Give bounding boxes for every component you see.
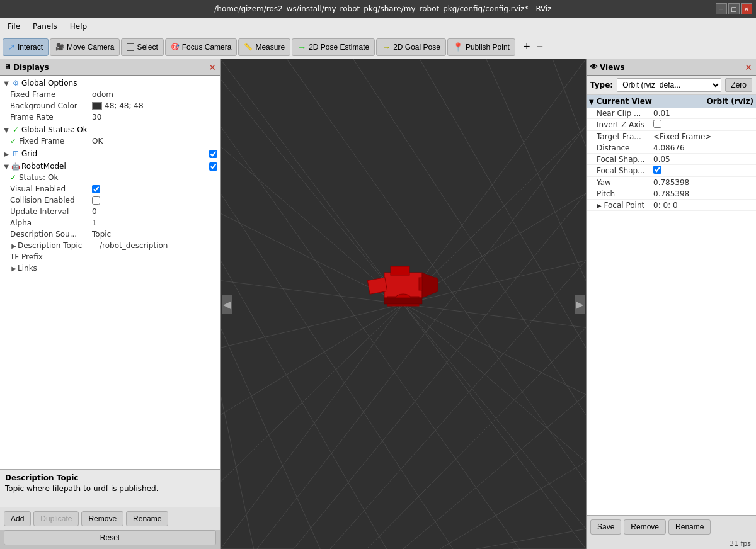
fixed-frame-label: Fixed Frame <box>10 90 92 99</box>
svg-line-20 <box>220 127 520 549</box>
global-options-row[interactable]: ▼ ⚙ Global Options <box>0 77 220 89</box>
svg-rect-31 <box>367 278 387 295</box>
collision-enabled-checkbox[interactable] <box>92 196 100 205</box>
views-type-row: Type: Orbit (rviz_defa... Zero <box>587 76 756 95</box>
visual-enabled-label: Visual Enabled <box>10 184 92 193</box>
tf-prefix-prop: TF Prefix <box>0 251 220 263</box>
fps-display: 31 fps <box>587 538 756 549</box>
global-status-row[interactable]: ▼ ✓ Global Status: Ok <box>0 124 220 135</box>
toolbar-select-button[interactable]: Select <box>121 38 163 56</box>
window-controls: − □ ✕ <box>716 3 756 14</box>
toolbar-plus-button[interactable]: + <box>521 40 533 54</box>
displays-buttons: Add Duplicate Remove Rename <box>0 507 220 530</box>
alpha-label: Alpha <box>10 218 92 227</box>
check-icon: ✓ <box>10 125 21 134</box>
svg-line-28 <box>486 59 586 281</box>
toolbar-interact-button[interactable]: ↗ Interact <box>3 38 49 56</box>
menu-file[interactable]: File <box>3 20 25 33</box>
menu-help[interactable]: Help <box>65 20 92 33</box>
desc-source-value: Topic <box>92 230 111 239</box>
collision-enabled-prop: Collision Enabled <box>0 195 220 206</box>
focal-shape2-checkbox[interactable] <box>653 166 662 174</box>
fixed-frame-value: odom <box>92 90 113 99</box>
viewport-arrow-right[interactable]: ▶ <box>575 295 585 314</box>
toolbar-publish-point-button[interactable]: 📍 Publish Point <box>447 38 515 56</box>
toolbar-measure-button[interactable]: 📏 Measure <box>238 38 290 56</box>
robot-model <box>365 260 441 323</box>
svg-line-29 <box>553 59 586 147</box>
current-view-header: ▼ Current View Orbit (rviz) <box>587 95 756 108</box>
minimize-button[interactable]: − <box>716 3 727 14</box>
reset-button[interactable]: Reset <box>4 530 216 545</box>
distance-prop: Distance 4.08676 <box>587 142 756 154</box>
viewport[interactable]: ◀ ▶ <box>220 59 586 549</box>
pitch-label: Pitch <box>597 190 653 198</box>
remove-button[interactable]: Remove <box>81 511 123 526</box>
distance-value: 4.08676 <box>653 144 685 152</box>
robot-status-label: ✓ Status: Ok <box>10 173 92 182</box>
toolbar-goal-pose-button[interactable]: → 2D Goal Pose <box>376 38 446 56</box>
views-zero-button[interactable]: Zero <box>725 78 752 92</box>
visual-enabled-value <box>92 185 100 193</box>
grid-item: ▶ ⊞ Grid <box>0 147 220 160</box>
grid-row[interactable]: ▶ ⊞ Grid <box>0 148 220 159</box>
toolbar-minus-button[interactable]: − <box>534 40 546 54</box>
focal-shape2-value <box>653 166 662 176</box>
views-buttons: Save Remove Rename <box>587 515 756 538</box>
views-type-select[interactable]: Orbit (rviz_defa... <box>617 78 721 92</box>
svg-marker-36 <box>422 273 438 298</box>
target-frame-label: Target Fra... <box>597 132 653 141</box>
robot-svg <box>365 260 441 323</box>
svg-marker-37 <box>384 298 422 304</box>
description-title: Description Topic <box>5 473 215 482</box>
invert-z-checkbox[interactable] <box>653 120 662 128</box>
add-button[interactable]: Add <box>4 511 31 526</box>
close-button[interactable]: ✕ <box>741 3 752 14</box>
grid-arrow: ▶ <box>3 150 10 157</box>
camera-icon: 🎥 <box>55 43 64 51</box>
robot-model-item: ▼ 🤖 RobotModel ✓ Status: Ok Vis <box>0 160 220 274</box>
svg-line-4 <box>294 193 586 549</box>
rename-button[interactable]: Rename <box>126 511 168 526</box>
current-view-arrow: ▼ <box>589 98 594 105</box>
duplicate-button[interactable]: Duplicate <box>33 511 79 526</box>
invert-z-value <box>653 120 662 130</box>
robot-model-checkbox[interactable] <box>209 162 217 171</box>
menubar: File Panels Help <box>0 18 756 35</box>
displays-tree[interactable]: ▼ ⚙ Global Options Fixed Frame odom Back… <box>0 76 220 469</box>
desc-source-prop: Description Sou... Topic <box>0 229 220 240</box>
main-area: 🖥 Displays ✕ ▼ ⚙ Global Options Fixed Fr… <box>0 59 756 549</box>
views-close-button[interactable]: ✕ <box>745 62 752 72</box>
focal-shape1-label: Focal Shap... <box>597 155 653 164</box>
links-label: Links <box>18 264 100 273</box>
toolbar-move-camera-button[interactable]: 🎥 Move Camera <box>50 38 120 56</box>
frame-rate-value: 30 <box>92 113 101 122</box>
global-status-item: ▼ ✓ Global Status: Ok ✓ Fixed Frame OK <box>0 123 220 147</box>
yaw-prop: Yaw 0.785398 <box>587 177 756 188</box>
global-status-arrow: ▼ <box>3 127 10 133</box>
displays-close-button[interactable]: ✕ <box>209 62 216 72</box>
viewport-arrow-left[interactable]: ◀ <box>222 295 232 314</box>
pitch-value: 0.785398 <box>653 190 689 198</box>
displays-header-left: 🖥 Displays <box>4 63 49 72</box>
fps-text: 31 fps <box>730 540 751 548</box>
views-tree: ▼ Current View Orbit (rviz) Near Clip ..… <box>587 95 756 515</box>
grid-checkbox[interactable] <box>209 150 217 158</box>
views-rename-button[interactable]: Rename <box>668 519 711 535</box>
focal-shape1-prop: Focal Shap... 0.05 <box>587 154 756 165</box>
toolbar-pose-estimate-button[interactable]: → 2D Pose Estimate <box>292 38 375 56</box>
robot-model-label: RobotModel <box>21 162 207 171</box>
focal-shape2-prop: Focal Shap... <box>587 165 756 177</box>
views-remove-button[interactable]: Remove <box>624 519 666 535</box>
maximize-button[interactable]: □ <box>728 3 740 14</box>
displays-header: 🖥 Displays ✕ <box>0 59 220 76</box>
bg-color-swatch[interactable] <box>92 102 102 110</box>
robot-model-row[interactable]: ▼ 🤖 RobotModel <box>0 161 220 172</box>
toolbar-focus-camera-button[interactable]: 🎯 Focus Camera <box>165 38 238 56</box>
visual-enabled-checkbox[interactable] <box>92 185 100 193</box>
views-save-button[interactable]: Save <box>590 519 621 535</box>
svg-line-6 <box>367 327 586 549</box>
fixed-frame-status-value: OK <box>92 137 103 145</box>
views-type-label: Type: <box>590 81 613 89</box>
menu-panels[interactable]: Panels <box>28 20 62 33</box>
